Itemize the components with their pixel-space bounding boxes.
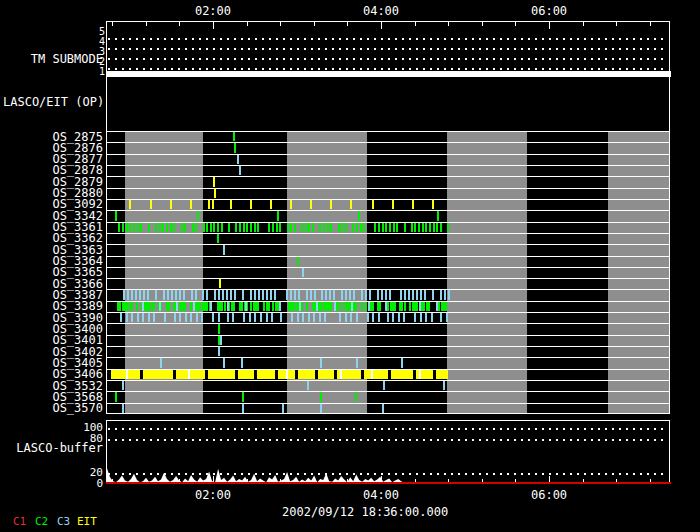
os-activity-tick <box>218 313 220 322</box>
os-activity-tick <box>393 223 395 232</box>
os-row-separator <box>107 244 669 245</box>
os-bar-gap <box>275 370 278 379</box>
os-activity-tick <box>404 302 406 311</box>
os-row-separator <box>107 391 669 392</box>
os-row-separator <box>107 142 669 143</box>
os-activity-tick <box>243 223 245 232</box>
os-activity-tick <box>355 302 357 311</box>
os-activity-tick <box>221 223 223 232</box>
os-activity-tick <box>230 200 232 209</box>
os-activity-tick <box>310 290 312 299</box>
os-activity-tick <box>389 290 391 299</box>
os-activity-tick <box>126 313 128 322</box>
os-activity-tick <box>135 290 137 299</box>
time-label-top: 02:00 <box>191 4 235 18</box>
os-activity-tick <box>179 313 181 322</box>
os-bar-white-tick <box>188 370 190 379</box>
os-activity-tick <box>307 381 309 390</box>
os-activity-tick <box>170 223 172 232</box>
os-activity-tick <box>131 290 133 299</box>
axis-tick-top <box>314 22 315 26</box>
os-activity-tick <box>233 132 235 141</box>
os-activity-tick <box>208 200 210 209</box>
os-activity-tick <box>122 404 124 413</box>
os-activity-tick <box>381 290 383 299</box>
os-activity-tick <box>190 302 192 311</box>
os-activity-tick <box>310 200 312 209</box>
os-activity-tick <box>218 347 220 356</box>
os-activity-tick <box>185 313 187 322</box>
legend-item-c3: C3 <box>57 516 70 527</box>
os-activity-tick <box>286 290 288 299</box>
os-activity-tick <box>246 223 248 232</box>
os-bar-white-tick <box>286 370 288 379</box>
os-activity-tick <box>223 245 225 254</box>
os-activity-tick <box>279 223 281 232</box>
os-activity-tick <box>368 302 370 311</box>
axis-tick-top <box>448 22 449 26</box>
os-activity-tick <box>319 223 321 232</box>
os-activity-tick <box>372 313 374 322</box>
os-activity-tick <box>227 313 229 322</box>
os-activity-tick <box>115 211 117 220</box>
os-bar-gap <box>433 370 436 379</box>
os-activity-tick <box>131 302 133 311</box>
os-bar-gap <box>205 370 208 379</box>
os-activity-tick <box>181 223 183 232</box>
os-activity-tick <box>193 302 195 311</box>
os-activity-tick <box>147 290 149 299</box>
axis-tick-top <box>381 22 382 29</box>
os-activity-tick <box>184 302 186 311</box>
os-bar-gap <box>361 370 364 379</box>
tm-ytick-label: 4 <box>93 37 105 46</box>
legend-item-eit: EIT <box>77 516 97 527</box>
os-activity-tick <box>212 313 214 322</box>
os-row-separator <box>107 346 669 347</box>
os-activity-tick <box>195 290 197 299</box>
os-activity-tick <box>325 290 327 299</box>
os-activity-tick <box>416 290 418 299</box>
os-activity-tick <box>164 313 166 322</box>
os-activity-tick <box>339 302 341 311</box>
os-activity-tick <box>214 189 216 198</box>
axis-tick-top <box>515 22 516 26</box>
os-activity-tick <box>355 392 357 401</box>
os-activity-tick <box>142 302 144 311</box>
os-activity-bar <box>111 370 449 379</box>
buffer-ytick-label: 100 <box>63 422 103 433</box>
os-activity-tick <box>404 290 406 299</box>
os-activity-tick <box>313 313 315 322</box>
os-activity-tick <box>298 290 300 299</box>
os-activity-tick <box>272 223 274 232</box>
os-activity-tick <box>254 313 256 322</box>
os-activity-tick <box>287 223 289 232</box>
os-bar-gap <box>334 370 337 379</box>
axis-tick-top <box>347 22 348 26</box>
os-activity-tick <box>352 223 354 232</box>
buffer-red-baseline <box>106 482 671 484</box>
buffer-ytick-label: 80 <box>63 433 103 444</box>
os-activity-tick <box>428 302 430 311</box>
os-activity-tick <box>372 302 374 311</box>
axis-tick-top <box>549 22 550 29</box>
os-activity-tick <box>324 313 326 322</box>
os-activity-tick <box>314 290 316 299</box>
os-activity-tick <box>308 223 310 232</box>
os-activity-tick <box>162 223 164 232</box>
os-activity-tick <box>301 302 303 311</box>
os-activity-tick <box>235 223 237 232</box>
os-activity-tick <box>176 302 178 311</box>
os-activity-tick <box>190 200 192 209</box>
os-activity-tick <box>277 211 279 220</box>
observation-window-band <box>608 132 669 413</box>
os-activity-tick <box>115 392 117 401</box>
os-activity-tick <box>213 177 215 186</box>
os-activity-tick <box>436 302 438 311</box>
os-activity-tick <box>142 313 144 322</box>
os-activity-tick <box>360 223 362 232</box>
os-activity-tick <box>228 223 230 232</box>
os-activity-tick <box>118 223 120 232</box>
os-activity-tick <box>203 223 205 232</box>
os-activity-tick <box>320 404 322 413</box>
os-activity-tick <box>374 223 376 232</box>
